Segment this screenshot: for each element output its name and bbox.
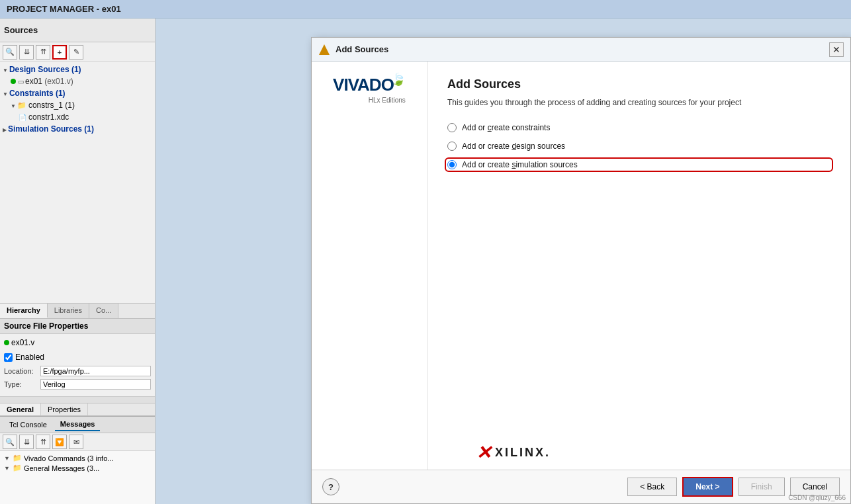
tcl-item-vivado-arrow: ▼ [4, 455, 10, 462]
ex01-label: ex01 (ex01.v) [25, 77, 73, 86]
tcl-search-button[interactable]: 🔍 [3, 435, 17, 449]
sfp-type-value: Verilog [40, 379, 151, 390]
constr1-file-icon: 📄 [19, 114, 26, 121]
design-sources-row[interactable]: Design Sources (1) [0, 63, 155, 75]
dialog-close-button[interactable]: ✕ [829, 42, 844, 57]
edit-button[interactable]: ✎ [69, 45, 83, 60]
vivado-logo: VIVADO 🍃 HLx Editions [333, 75, 406, 104]
dialog-titlebar: Add Sources ✕ [312, 38, 850, 62]
dialog-title-icon [318, 44, 330, 56]
tcl-toolbar: 🔍 ⇊ ⇈ 🔽 ✉ [0, 433, 155, 451]
main-layout: Sources 🔍 ⇊ ⇈ + ✎ Design Sources (1) ▭ e… [0, 19, 851, 504]
sfp-location-row: Location: E:/fpga/myfp... [4, 366, 151, 376]
radio-constraints-label: Add or create constraints [462, 123, 550, 132]
vivado-wordmark: VIVADO [333, 75, 394, 95]
radio-constraints[interactable] [447, 123, 457, 132]
tcl-expand-button[interactable]: ⇈ [36, 435, 50, 449]
sfp-section: Source File Properties ex01.v Enabled Lo… [0, 318, 155, 396]
dialog-description: This guides you through the process of a… [447, 98, 830, 107]
radio-design-label: Add or create design sources [462, 142, 565, 151]
tab-general[interactable]: General [0, 403, 41, 415]
tcl-msg-button[interactable]: ✉ [69, 435, 83, 449]
dialog-footer: ? < Back Next > Finish Cancel [312, 470, 850, 503]
constr1-row[interactable]: 📄 constr1.xdc [0, 111, 155, 123]
dialog-title-text: Add Sources [336, 44, 829, 54]
tcl-item-general-arrow: ▼ [4, 465, 10, 472]
gen-tabs: General Properties [0, 403, 155, 416]
sources-tabs: Hierarchy Libraries Co... [0, 303, 155, 318]
tcl-header: Tcl Console Messages [0, 417, 155, 433]
constraints-row[interactable]: Constraints (1) [0, 87, 155, 99]
sfp-header: Source File Properties [0, 319, 155, 334]
sources-header: Sources [0, 19, 155, 42]
constrs1-row[interactable]: 📁 constrs_1 (1) [0, 99, 155, 111]
sfp-file-row: ex01.v [4, 338, 151, 347]
tcl-item-vivado[interactable]: ▼ 📁 Vivado Commands (3 info... [4, 453, 151, 463]
radio-option-simulation[interactable]: Add or create simulation sources [447, 160, 830, 169]
radio-option-design[interactable]: Add or create design sources [447, 142, 830, 151]
constrs1-chevron [11, 102, 16, 109]
sfp-content: ex01.v Enabled Location: E:/fpga/myfp...… [0, 334, 155, 396]
xilinx-text: XILINX. [495, 446, 551, 460]
tcl-item-general-label: General Messages (3... [24, 464, 99, 472]
dialog-body: VIVADO 🍃 HLx Editions Add Sources This g… [312, 62, 850, 470]
sfp-enabled-label: Enabled [15, 353, 44, 362]
sfp-enabled-checkbox[interactable] [4, 353, 13, 362]
tcl-content: ▼ 📁 Vivado Commands (3 info... ▼ 📁 Gener… [0, 451, 155, 504]
simulation-sources-row[interactable]: Simulation Sources (1) [0, 123, 155, 135]
radio-simulation[interactable] [447, 160, 457, 169]
tcl-item-general-folder: 📁 [13, 464, 22, 472]
cancel-button[interactable]: Cancel [790, 478, 840, 496]
title-text: PROJECT MANAGER - ex01 [7, 4, 121, 14]
xilinx-logo: ✕ XILINX. [476, 442, 551, 464]
ex01-status-dot [11, 79, 16, 84]
finish-button[interactable]: Finish [739, 478, 785, 496]
expand-button[interactable]: ⇈ [36, 45, 50, 60]
vivado-subtitle: HLx Editions [333, 97, 406, 104]
constr1-label: constr1.xdc [28, 112, 69, 122]
watermark: CSDN @qiuzy_666 [788, 494, 846, 501]
tab-hierarchy[interactable]: Hierarchy [0, 304, 48, 318]
horizontal-scrollbar[interactable] [0, 396, 155, 403]
tcl-item-vivado-label: Vivado Commands (3 info... [24, 454, 114, 462]
sfp-location-label: Location: [4, 367, 40, 375]
vivado-wordmark-row: VIVADO 🍃 [333, 75, 406, 95]
tab-co[interactable]: Co... [89, 304, 118, 318]
tcl-collapse-button[interactable]: ⇊ [19, 435, 34, 449]
tab-libraries[interactable]: Libraries [48, 304, 89, 318]
title-bar: PROJECT MANAGER - ex01 [0, 0, 851, 19]
add-sources-dialog: Add Sources ✕ VIVADO 🍃 HLx Editions [311, 37, 851, 504]
radio-design[interactable] [447, 142, 457, 151]
radio-option-constraints[interactable]: Add or create constraints [447, 123, 830, 132]
sim-sources-chevron [3, 126, 7, 133]
search-button[interactable]: 🔍 [3, 45, 17, 60]
tcl-filter-button[interactable]: 🔽 [52, 435, 67, 449]
add-sources-button[interactable]: + [52, 45, 67, 60]
sfp-type-label: Type: [4, 380, 40, 388]
back-button[interactable]: < Back [627, 478, 677, 496]
design-sources-chevron [3, 66, 8, 73]
sfp-file-name: ex01.v [11, 338, 34, 347]
help-button[interactable]: ? [322, 478, 339, 495]
sim-sources-label: Simulation Sources (1) [8, 124, 94, 134]
left-panel: Sources 🔍 ⇊ ⇈ + ✎ Design Sources (1) ▭ e… [0, 19, 156, 504]
dialog-logo-area: VIVADO 🍃 HLx Editions [312, 62, 427, 470]
sfp-enabled-row: Enabled [4, 353, 151, 362]
ex01-row[interactable]: ▭ ex01 (ex01.v) [0, 75, 155, 87]
design-sources-label: Design Sources (1) [9, 65, 81, 74]
sources-toolbar: 🔍 ⇊ ⇈ + ✎ [0, 42, 155, 62]
collapse-button[interactable]: ⇊ [19, 45, 34, 60]
xilinx-x-icon: ✕ [476, 442, 491, 464]
tab-messages[interactable]: Messages [55, 418, 101, 431]
constrs1-folder-icon: 📁 [17, 101, 26, 110]
tcl-item-general[interactable]: ▼ 📁 General Messages (3... [4, 463, 151, 473]
dialog-heading: Add Sources [447, 77, 830, 91]
radio-simulation-label: Add or create simulation sources [462, 160, 578, 169]
constrs1-label: constrs_1 (1) [28, 101, 75, 110]
tab-tcl-console[interactable]: Tcl Console [4, 419, 52, 431]
right-area: Add Sources ✕ VIVADO 🍃 HLx Editions [156, 19, 851, 504]
dialog-content: Add Sources This guides you through the … [427, 62, 850, 470]
tab-properties[interactable]: Properties [41, 403, 88, 415]
next-button[interactable]: Next > [682, 477, 733, 497]
sources-title: Sources [4, 25, 38, 35]
